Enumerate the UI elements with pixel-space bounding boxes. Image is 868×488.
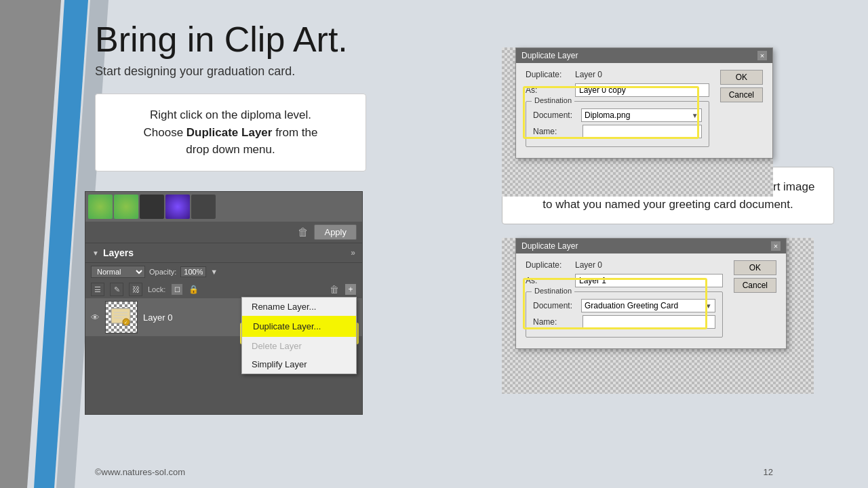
layer-options-row: Normal Opacity: ▼	[85, 263, 362, 281]
name-label-top: Name:	[533, 127, 577, 136]
document-row-top: Document: Diploma.png ▼	[533, 108, 702, 122]
eye-icon[interactable]: 👁	[91, 312, 100, 323]
dialog-bottom-duplicate-row: Duplicate: Layer 0	[526, 260, 723, 270]
as-label-top: As:	[526, 85, 570, 95]
context-simplify[interactable]: Simplify Layer	[242, 355, 356, 373]
ps-panel-bg: 🗑 Apply ▼ Layers » Normal Opacity: ▼	[85, 191, 363, 415]
dialog-bottom-as-row: As:	[526, 274, 723, 287]
dialog-bottom-body: Duplicate: Layer 0 As: Destination Docum	[516, 253, 786, 348]
as-input-top[interactable]	[575, 83, 709, 97]
layer-icon-2: ✎	[110, 283, 123, 296]
dialog-bottom-buttons: OK Cancel	[734, 260, 776, 342]
thumb-green-2	[114, 195, 138, 219]
footer-copyright: ©www.natures-sol.com	[95, 467, 185, 477]
duplicate-value-bottom: Layer 0	[575, 260, 602, 270]
destination-title-top: Destination	[532, 96, 574, 104]
blend-mode-select[interactable]: Normal	[91, 266, 145, 278]
triangle-icon: ▼	[92, 249, 99, 257]
thumb-dark-2	[191, 195, 216, 219]
dialog-bottom-titlebar: Duplicate Layer ×	[516, 239, 786, 253]
ps-panel-area: 🗑 Apply ▼ Layers » Normal Opacity: ▼	[85, 191, 363, 415]
instruction-box: Right click on the diploma level. Choose…	[95, 94, 366, 171]
as-label-bottom: As:	[526, 276, 570, 285]
thumb-green	[88, 195, 113, 219]
dialog-top-close[interactable]: ×	[757, 51, 767, 60]
name-input-top[interactable]	[583, 125, 702, 138]
dialog-top: Duplicate Layer × Duplicate: Layer 0 As:	[515, 47, 773, 159]
dialog-bottom-fields: Duplicate: Layer 0 As: Destination Docum	[526, 260, 723, 342]
instruction-line3: drop down menu.	[186, 143, 275, 156]
layer-icon-3: ⛓	[129, 283, 142, 296]
name-label-bottom: Name:	[533, 317, 577, 327]
lock-check[interactable]: ☐	[171, 283, 183, 296]
document-value-bottom: Graduation Greeting Card	[585, 301, 678, 310]
layer-thumb-inner: ✓	[106, 302, 137, 333]
subtitle: Start designing your graduation card.	[95, 64, 461, 79]
dialog-bottom-close[interactable]: ×	[771, 241, 781, 251]
opacity-label: Opacity:	[149, 268, 176, 276]
diploma-svg-icon: ✓	[108, 304, 134, 330]
ps-toolbar-row: 🗑 Apply	[85, 222, 362, 243]
dialog-top-title: Duplicate Layer	[521, 51, 578, 60]
lock-icon: 🔒	[189, 285, 199, 294]
dropdown-arrow-bottom: ▼	[705, 302, 712, 310]
name-row-top: Name:	[533, 125, 702, 138]
lock-label: Lock:	[148, 285, 165, 293]
cancel-button-bottom[interactable]: Cancel	[734, 278, 776, 293]
left-panel: Bring in Clip Art. Start designing your …	[95, 20, 461, 184]
dialog-top-fields: Duplicate: Layer 0 As: Destination Docum	[526, 70, 709, 151]
footer: ©www.natures-sol.com 12	[0, 467, 868, 477]
layer-icon-1: ☰	[91, 283, 104, 296]
instruction-line1: Right click on the diploma level.	[150, 108, 311, 121]
instruction-bold: Duplicate Layer	[186, 126, 273, 139]
name-input-bottom[interactable]	[583, 315, 715, 329]
dialog-top-duplicate-row: Duplicate: Layer 0	[526, 70, 709, 79]
destination-title-bottom: Destination	[532, 287, 574, 295]
layer-thumbnail: ✓	[105, 301, 138, 333]
context-delete: Delete Layer	[242, 337, 356, 355]
as-input-bottom[interactable]	[575, 274, 723, 287]
name-row-bottom: Name:	[533, 315, 715, 329]
dialog-bottom-main-row: Duplicate: Layer 0 As: Destination Docum	[526, 260, 776, 342]
add-layer-btn[interactable]: +	[344, 283, 357, 296]
ok-button-top[interactable]: OK	[720, 70, 763, 85]
layer-trash-icon[interactable]: 🗑	[330, 284, 339, 295]
right-panel: Duplicate Layer × Duplicate: Layer 0 As:	[502, 34, 834, 349]
duplicate-value: Layer 0	[575, 70, 602, 79]
layer-icons-row: ☰ ✎ ⛓ Lock: ☐ 🔒 🗑 +	[85, 281, 362, 298]
svg-text:✓: ✓	[124, 321, 127, 325]
context-rename[interactable]: Rename Layer...	[242, 298, 356, 316]
dialog-top-body: Duplicate: Layer 0 As: Destination Docum	[516, 63, 772, 158]
document-value-top: Diploma.png	[585, 110, 630, 120]
dialog-top-titlebar: Duplicate Layer ×	[516, 48, 772, 63]
cancel-button-top[interactable]: Cancel	[720, 87, 763, 102]
dialog-bottom-wrapper: Duplicate Layer × Duplicate: Layer 0 As:	[502, 238, 834, 349]
layers-header-left: ▼ Layers	[92, 247, 134, 258]
destination-section-top: Destination Document: Diploma.png ▼	[526, 101, 709, 147]
instruction-line2-post: from the	[272, 126, 317, 139]
document-dropdown-bottom[interactable]: Graduation Greeting Card ▼	[581, 299, 715, 312]
slide-container: Bring in Clip Art. Start designing your …	[0, 0, 868, 488]
document-label-top: Document:	[533, 110, 577, 120]
context-duplicate[interactable]: Duplicate Layer...	[242, 316, 356, 337]
document-dropdown-top[interactable]: Diploma.png ▼	[581, 108, 702, 122]
dropdown-arrow-top: ▼	[692, 112, 698, 119]
duplicate-label-bottom: Duplicate:	[526, 260, 570, 270]
layers-header: ▼ Layers »	[85, 243, 362, 263]
dialog-top-wrapper: Duplicate Layer × Duplicate: Layer 0 As:	[502, 47, 834, 159]
document-row-bottom: Document: Graduation Greeting Card ▼	[533, 299, 715, 312]
dialog-bottom-title: Duplicate Layer	[521, 241, 578, 251]
context-menu: Rename Layer... Duplicate Layer... Delet…	[241, 297, 357, 374]
instruction-line2-pre: Choose	[143, 126, 186, 139]
ok-button-bottom[interactable]: OK	[734, 260, 776, 275]
destination-section-bottom: Destination Document: Graduation Greetin…	[526, 291, 723, 338]
apply-button[interactable]: Apply	[314, 224, 357, 240]
dialog-top-buttons: OK Cancel	[720, 70, 763, 151]
layers-expand-icon: »	[351, 248, 355, 258]
opacity-arrow[interactable]: ▼	[210, 268, 218, 276]
document-label-bottom: Document:	[533, 301, 577, 310]
layer-name: Layer 0	[143, 312, 172, 323]
trash-icon[interactable]: 🗑	[298, 226, 309, 239]
thumb-purple	[165, 195, 190, 219]
opacity-input[interactable]	[180, 266, 206, 277]
